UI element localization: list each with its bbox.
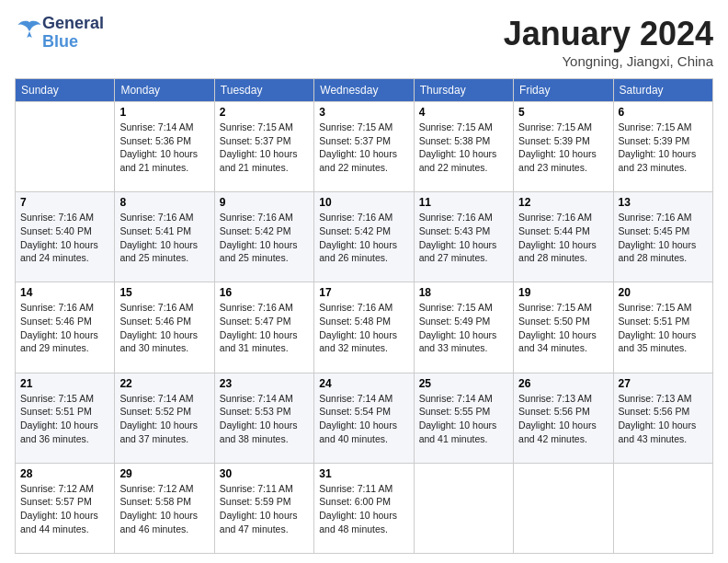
- calendar-table: Sunday Monday Tuesday Wednesday Thursday…: [15, 78, 713, 554]
- table-row: 28Sunrise: 7:12 AM Sunset: 5:57 PM Dayli…: [16, 463, 115, 553]
- calendar-week-4: 21Sunrise: 7:15 AM Sunset: 5:51 PM Dayli…: [16, 373, 713, 463]
- day-number: 31: [319, 467, 408, 480]
- calendar-header-row: Sunday Monday Tuesday Wednesday Thursday…: [16, 79, 713, 102]
- table-row: 6Sunrise: 7:15 AM Sunset: 5:39 PM Daylig…: [613, 102, 712, 192]
- day-info: Sunrise: 7:14 AM Sunset: 5:36 PM Dayligh…: [119, 121, 209, 175]
- day-info: Sunrise: 7:15 AM Sunset: 5:39 PM Dayligh…: [619, 121, 708, 175]
- calendar-week-5: 28Sunrise: 7:12 AM Sunset: 5:57 PM Dayli…: [16, 463, 713, 553]
- table-row: 16Sunrise: 7:16 AM Sunset: 5:47 PM Dayli…: [214, 282, 313, 373]
- table-row: 7Sunrise: 7:16 AM Sunset: 5:40 PM Daylig…: [16, 192, 115, 282]
- col-friday: Friday: [514, 79, 613, 102]
- day-number: 1: [119, 106, 209, 119]
- table-row: 5Sunrise: 7:15 AM Sunset: 5:39 PM Daylig…: [514, 102, 613, 192]
- table-row: [613, 463, 712, 553]
- table-row: 15Sunrise: 7:16 AM Sunset: 5:46 PM Dayli…: [115, 282, 214, 373]
- day-number: 14: [20, 286, 109, 299]
- table-row: 14Sunrise: 7:16 AM Sunset: 5:46 PM Dayli…: [16, 282, 115, 373]
- table-row: 30Sunrise: 7:11 AM Sunset: 5:59 PM Dayli…: [214, 463, 313, 553]
- table-row: [16, 102, 115, 192]
- col-saturday: Saturday: [613, 79, 712, 102]
- day-info: Sunrise: 7:12 AM Sunset: 5:57 PM Dayligh…: [20, 482, 109, 536]
- table-row: 9Sunrise: 7:16 AM Sunset: 5:42 PM Daylig…: [214, 192, 313, 282]
- location: Yongning, Jiangxi, China: [504, 53, 713, 69]
- day-info: Sunrise: 7:14 AM Sunset: 5:52 PM Dayligh…: [119, 392, 209, 446]
- table-row: 25Sunrise: 7:14 AM Sunset: 5:55 PM Dayli…: [414, 373, 513, 463]
- table-row: 8Sunrise: 7:16 AM Sunset: 5:41 PM Daylig…: [115, 192, 214, 282]
- day-info: Sunrise: 7:11 AM Sunset: 5:59 PM Dayligh…: [220, 482, 309, 536]
- day-number: 25: [419, 377, 508, 390]
- day-info: Sunrise: 7:16 AM Sunset: 5:44 PM Dayligh…: [518, 211, 608, 265]
- day-number: 8: [119, 196, 209, 209]
- calendar-week-1: 1Sunrise: 7:14 AM Sunset: 5:36 PM Daylig…: [16, 102, 713, 192]
- day-info: Sunrise: 7:16 AM Sunset: 5:42 PM Dayligh…: [319, 211, 408, 265]
- table-row: 19Sunrise: 7:15 AM Sunset: 5:50 PM Dayli…: [514, 282, 613, 373]
- day-number: 28: [20, 467, 109, 480]
- day-number: 22: [119, 377, 209, 390]
- table-row: 23Sunrise: 7:14 AM Sunset: 5:53 PM Dayli…: [214, 373, 313, 463]
- day-info: Sunrise: 7:16 AM Sunset: 5:42 PM Dayligh…: [220, 211, 309, 265]
- day-info: Sunrise: 7:16 AM Sunset: 5:45 PM Dayligh…: [619, 211, 708, 265]
- day-info: Sunrise: 7:15 AM Sunset: 5:39 PM Dayligh…: [518, 121, 608, 175]
- day-number: 29: [119, 467, 209, 480]
- table-row: 18Sunrise: 7:15 AM Sunset: 5:49 PM Dayli…: [414, 282, 513, 373]
- col-wednesday: Wednesday: [314, 79, 414, 102]
- table-row: 29Sunrise: 7:12 AM Sunset: 5:58 PM Dayli…: [115, 463, 214, 553]
- col-monday: Monday: [115, 79, 214, 102]
- col-tuesday: Tuesday: [214, 79, 313, 102]
- day-number: 7: [20, 196, 109, 209]
- page: General Blue January 2024 Yongning, Jian…: [0, 0, 728, 563]
- day-info: Sunrise: 7:16 AM Sunset: 5:43 PM Dayligh…: [419, 211, 508, 265]
- table-row: 1Sunrise: 7:14 AM Sunset: 5:36 PM Daylig…: [115, 102, 214, 192]
- day-number: 18: [419, 286, 508, 299]
- day-info: Sunrise: 7:12 AM Sunset: 5:58 PM Dayligh…: [119, 482, 209, 536]
- month-title: January 2024: [504, 15, 713, 53]
- table-row: 24Sunrise: 7:14 AM Sunset: 5:54 PM Dayli…: [314, 373, 414, 463]
- table-row: 22Sunrise: 7:14 AM Sunset: 5:52 PM Dayli…: [115, 373, 214, 463]
- day-number: 6: [619, 106, 708, 119]
- table-row: 17Sunrise: 7:16 AM Sunset: 5:48 PM Dayli…: [314, 282, 414, 373]
- day-info: Sunrise: 7:14 AM Sunset: 5:53 PM Dayligh…: [220, 392, 309, 446]
- logo-subtext: Blue: [42, 33, 104, 52]
- table-row: [514, 463, 613, 553]
- day-number: 20: [619, 286, 708, 299]
- day-number: 21: [20, 377, 109, 390]
- col-thursday: Thursday: [414, 79, 513, 102]
- table-row: 10Sunrise: 7:16 AM Sunset: 5:42 PM Dayli…: [314, 192, 414, 282]
- table-row: 11Sunrise: 7:16 AM Sunset: 5:43 PM Dayli…: [414, 192, 513, 282]
- day-number: 16: [220, 286, 309, 299]
- day-number: 10: [319, 196, 408, 209]
- day-info: Sunrise: 7:16 AM Sunset: 5:47 PM Dayligh…: [220, 301, 309, 355]
- day-number: 3: [319, 106, 408, 119]
- day-number: 13: [619, 196, 708, 209]
- table-row: 21Sunrise: 7:15 AM Sunset: 5:51 PM Dayli…: [16, 373, 115, 463]
- day-number: 23: [220, 377, 309, 390]
- day-info: Sunrise: 7:14 AM Sunset: 5:55 PM Dayligh…: [419, 392, 508, 446]
- day-number: 5: [518, 106, 608, 119]
- day-number: 27: [619, 377, 708, 390]
- day-info: Sunrise: 7:13 AM Sunset: 5:56 PM Dayligh…: [518, 392, 608, 446]
- day-info: Sunrise: 7:15 AM Sunset: 5:49 PM Dayligh…: [419, 301, 508, 355]
- day-number: 26: [518, 377, 608, 390]
- calendar-week-2: 7Sunrise: 7:16 AM Sunset: 5:40 PM Daylig…: [16, 192, 713, 282]
- logo: General Blue: [15, 15, 104, 52]
- day-number: 24: [319, 377, 408, 390]
- day-info: Sunrise: 7:16 AM Sunset: 5:46 PM Dayligh…: [20, 301, 109, 355]
- day-number: 9: [220, 196, 309, 209]
- day-info: Sunrise: 7:11 AM Sunset: 6:00 PM Dayligh…: [319, 482, 408, 536]
- day-number: 11: [419, 196, 508, 209]
- day-info: Sunrise: 7:16 AM Sunset: 5:40 PM Dayligh…: [20, 211, 109, 265]
- day-number: 15: [119, 286, 209, 299]
- header: General Blue January 2024 Yongning, Jian…: [15, 15, 713, 69]
- table-row: 13Sunrise: 7:16 AM Sunset: 5:45 PM Dayli…: [613, 192, 712, 282]
- table-row: 27Sunrise: 7:13 AM Sunset: 5:56 PM Dayli…: [613, 373, 712, 463]
- table-row: 12Sunrise: 7:16 AM Sunset: 5:44 PM Dayli…: [514, 192, 613, 282]
- day-info: Sunrise: 7:14 AM Sunset: 5:54 PM Dayligh…: [319, 392, 408, 446]
- day-number: 4: [419, 106, 508, 119]
- day-info: Sunrise: 7:15 AM Sunset: 5:51 PM Dayligh…: [619, 301, 708, 355]
- logo-icon: [17, 18, 42, 44]
- day-info: Sunrise: 7:16 AM Sunset: 5:46 PM Dayligh…: [119, 301, 209, 355]
- table-row: 3Sunrise: 7:15 AM Sunset: 5:37 PM Daylig…: [314, 102, 414, 192]
- day-number: 2: [220, 106, 309, 119]
- day-info: Sunrise: 7:15 AM Sunset: 5:51 PM Dayligh…: [20, 392, 109, 446]
- table-row: 26Sunrise: 7:13 AM Sunset: 5:56 PM Dayli…: [514, 373, 613, 463]
